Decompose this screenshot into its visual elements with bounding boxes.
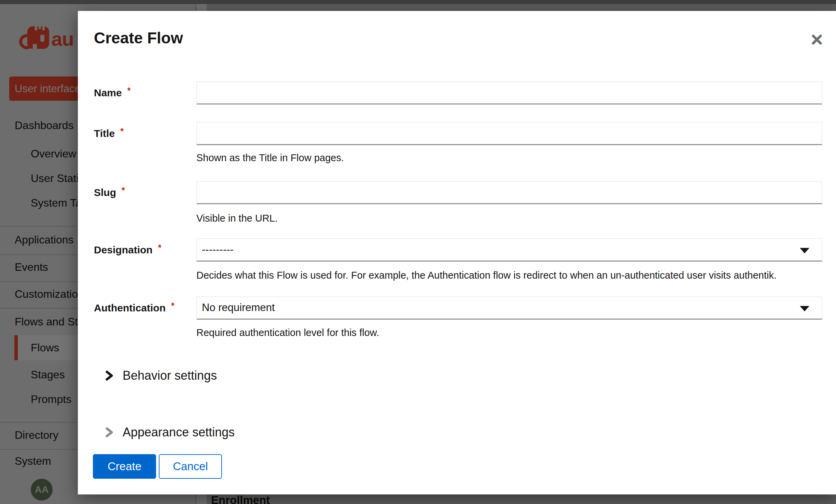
authentication-select[interactable]: No requirement (196, 296, 822, 320)
close-button[interactable] (808, 31, 826, 48)
title-help-text: Shown as the Title in Flow pages. (196, 152, 344, 164)
slug-label: Slug* (94, 186, 125, 199)
required-asterisk: * (127, 86, 131, 95)
close-icon (808, 31, 826, 48)
authentication-help-text: Required authentication level for this f… (196, 326, 379, 339)
designation-select[interactable]: --------- (196, 238, 822, 262)
chevron-right-icon (105, 426, 114, 438)
authentication-label: Authentication* (94, 302, 175, 314)
create-flow-modal: Create Flow Name* Title* Shown as the Ti… (78, 11, 836, 494)
appearance-settings-label: Appearance settings (123, 425, 235, 439)
name-input[interactable] (196, 81, 822, 104)
title-label: Title* (94, 127, 124, 140)
required-asterisk: * (122, 185, 125, 195)
caret-down-icon (800, 306, 809, 311)
required-asterisk: * (158, 243, 162, 252)
cancel-button[interactable]: Cancel (159, 454, 222, 479)
designation-select-value: --------- (202, 239, 234, 260)
behavior-settings-label: Behavior settings (123, 368, 217, 383)
slug-help-text: Visible in the URL. (196, 212, 278, 224)
required-asterisk: * (171, 301, 175, 310)
modal-title: Create Flow (94, 29, 183, 47)
required-asterisk: * (120, 126, 124, 136)
title-input[interactable] (196, 122, 822, 145)
designation-label: Designation* (94, 244, 161, 256)
appearance-settings-toggle[interactable]: Appearance settings (105, 424, 235, 440)
caret-down-icon (800, 248, 809, 253)
slug-input[interactable] (196, 181, 822, 204)
chevron-right-icon (105, 369, 114, 382)
create-button[interactable]: Create (93, 454, 156, 479)
behavior-settings-toggle[interactable]: Behavior settings (105, 367, 217, 384)
designation-help-text: Decides what this Flow is used for. For … (196, 269, 777, 281)
authentication-select-value: No requirement (202, 297, 275, 318)
screen: au User interface Dashboards Overview Us… (0, 0, 836, 504)
name-label: Name* (94, 87, 130, 99)
